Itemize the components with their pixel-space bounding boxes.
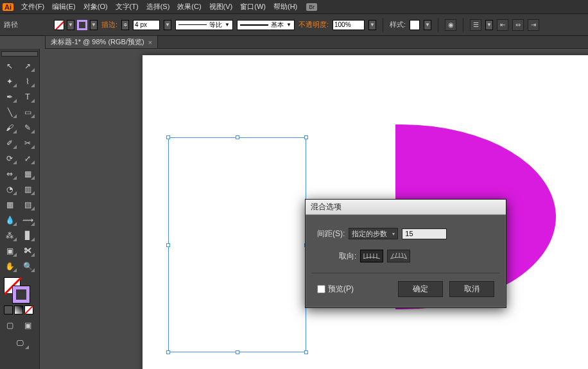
type-tool[interactable]: T xyxy=(19,90,36,104)
eraser-tool[interactable]: ✂ xyxy=(19,136,36,150)
spacing-value-input[interactable] xyxy=(402,228,447,239)
stroke-color[interactable] xyxy=(13,286,30,303)
preview-checkbox[interactable]: 预览(P) xyxy=(317,284,354,295)
eyedropper-tool[interactable]: 💧 xyxy=(1,213,18,227)
panel-handle[interactable] xyxy=(1,51,38,56)
handle-ne[interactable] xyxy=(304,135,308,139)
align-icon[interactable]: ☰ xyxy=(470,19,481,31)
spacing-mode-select[interactable]: 指定的步数 xyxy=(349,228,398,239)
paintbrush-tool[interactable]: 🖌 xyxy=(1,121,18,135)
style-dd[interactable]: ▼ xyxy=(424,20,431,30)
menu-effect[interactable]: 效果(C) xyxy=(173,1,205,13)
direct-selection-tool[interactable]: ↗ xyxy=(19,59,36,73)
handle-w[interactable] xyxy=(166,243,170,247)
separator xyxy=(438,18,438,32)
style-swatch[interactable] xyxy=(410,20,420,30)
handle-s[interactable] xyxy=(236,350,239,354)
gradient-mode-icon[interactable] xyxy=(14,305,23,314)
separator xyxy=(463,18,463,32)
spacing-label: 间距(S): xyxy=(317,228,345,239)
scale-tool[interactable]: ⤢ xyxy=(19,151,36,166)
handle-n[interactable] xyxy=(236,135,239,139)
control-bar: 路径 ▼ ▼ 描边: ≑ ▼ 等比▼ 基本▼ 不透明度: ▼ 样式: ▼ ◉ ☰… xyxy=(0,14,588,36)
selection-tool[interactable]: ↖ xyxy=(1,59,18,73)
bridge-badge[interactable]: Br xyxy=(306,3,317,11)
handle-nw[interactable] xyxy=(166,135,170,139)
stroke-dropdown[interactable]: ▼ xyxy=(90,20,98,30)
free-transform-tool[interactable]: ▦ xyxy=(19,167,36,181)
column-graph-tool[interactable]: ▊ xyxy=(19,228,36,243)
zoom-tool[interactable]: 🔍 xyxy=(19,259,36,273)
stroke-label[interactable]: 描边: xyxy=(101,20,117,30)
screen-mode-full[interactable]: ▣ xyxy=(19,318,36,332)
workspace: ↖↗ ✦⌇ ✒T ╲▭ 🖌✎ ✐✂ ⟳⤢ ⇔▦ ◔▥ ▦▤ 💧⟿ ⁂▊ ▣✀ ✋… xyxy=(0,49,588,369)
svg-line-6 xyxy=(395,253,397,257)
align-dd[interactable]: ▼ xyxy=(485,20,493,30)
artboard-tool[interactable]: ▣ xyxy=(1,244,18,258)
close-tab-icon[interactable]: × xyxy=(148,39,152,46)
perspective-grid-tool[interactable]: ▥ xyxy=(19,182,36,196)
opacity-input[interactable] xyxy=(333,20,365,30)
symbol-sprayer-tool[interactable]: ⁂ xyxy=(1,228,18,243)
blob-brush-tool[interactable]: ✐ xyxy=(1,136,18,150)
dialog-title[interactable]: 混合选项 xyxy=(306,200,506,215)
line-tool[interactable]: ╲ xyxy=(1,105,18,119)
menu-help[interactable]: 帮助(H) xyxy=(270,1,301,13)
stroke-weight-input[interactable] xyxy=(133,20,160,30)
align-center-icon[interactable]: ⇔ xyxy=(512,19,524,31)
stroke-swatch[interactable] xyxy=(77,20,87,30)
selected-rectangle[interactable] xyxy=(168,137,306,352)
hand-tool[interactable]: ✋ xyxy=(1,259,18,273)
pencil-tool[interactable]: ✎ xyxy=(19,121,36,135)
svg-line-5 xyxy=(392,253,393,258)
ok-button[interactable]: 确定 xyxy=(398,281,443,297)
shape-builder-tool[interactable]: ◔ xyxy=(1,182,18,196)
menu-file[interactable]: 文件(F) xyxy=(17,1,48,13)
menu-type[interactable]: 文字(T) xyxy=(112,1,143,13)
brush-definition[interactable]: 基本▼ xyxy=(237,20,295,30)
none-mode-icon[interactable] xyxy=(24,305,33,314)
blend-options-dialog: 混合选项 间距(S): 指定的步数 取向: 预览(P) xyxy=(305,199,506,308)
menu-select[interactable]: 选择(S) xyxy=(143,1,174,13)
variable-width-profile[interactable]: 等比▼ xyxy=(175,20,233,30)
rotate-tool[interactable]: ⟳ xyxy=(1,151,18,166)
align-right-icon[interactable]: ⇥ xyxy=(528,19,539,31)
opacity-label[interactable]: 不透明度: xyxy=(298,20,329,30)
width-tool[interactable]: ⇔ xyxy=(1,167,18,181)
screen-mode-normal[interactable]: ▢ xyxy=(1,318,18,332)
opacity-dd[interactable]: ▼ xyxy=(368,20,376,30)
stroke-weight-dd[interactable]: ▼ xyxy=(164,20,171,30)
style-label: 样式: xyxy=(390,20,406,30)
fill-stroke-indicator[interactable] xyxy=(4,277,30,303)
app-icon: Ai xyxy=(3,3,13,11)
context-label: 路径 xyxy=(4,20,18,30)
menu-view[interactable]: 视图(V) xyxy=(205,1,237,13)
menu-window[interactable]: 窗口(W) xyxy=(236,1,270,13)
blend-tool[interactable]: ⟿ xyxy=(19,213,36,227)
align-left-icon[interactable]: ⇤ xyxy=(497,19,508,31)
orientation-align-page[interactable] xyxy=(360,250,383,262)
pen-tool[interactable]: ✒ xyxy=(1,90,18,104)
handle-sw[interactable] xyxy=(166,350,170,354)
fill-dropdown[interactable]: ▼ xyxy=(67,20,74,30)
tools-panel: ↖↗ ✦⌇ ✒T ╲▭ 🖌✎ ✐✂ ⟳⤢ ⇔▦ ◔▥ ▦▤ 💧⟿ ⁂▊ ▣✀ ✋… xyxy=(0,49,40,369)
magic-wand-tool[interactable]: ✦ xyxy=(1,74,18,89)
fill-swatch[interactable] xyxy=(54,20,64,30)
document-tab[interactable]: 未标题-1* @ 98% (RGB/预览) × xyxy=(45,35,158,48)
stroke-weight-stepper[interactable]: ≑ xyxy=(121,20,129,30)
menu-edit[interactable]: 编辑(E) xyxy=(48,1,80,13)
slice-tool[interactable]: ✀ xyxy=(19,244,36,258)
lasso-tool[interactable]: ⌇ xyxy=(19,74,36,89)
handle-se[interactable] xyxy=(304,350,308,354)
screen-mode-tool[interactable]: 🖵 xyxy=(10,336,30,350)
cancel-button[interactable]: 取消 xyxy=(449,281,494,297)
preview-checkbox-input[interactable] xyxy=(317,285,325,293)
document-tab-title: 未标题-1* @ 98% (RGB/预览) xyxy=(51,37,144,47)
color-mode-icon[interactable] xyxy=(4,305,13,314)
recolor-icon[interactable]: ◉ xyxy=(445,19,456,31)
orientation-align-path[interactable] xyxy=(387,250,410,262)
mesh-tool[interactable]: ▦ xyxy=(1,198,18,212)
rectangle-tool[interactable]: ▭ xyxy=(19,105,36,119)
gradient-tool[interactable]: ▤ xyxy=(19,198,36,212)
menu-object[interactable]: 对象(O) xyxy=(80,1,112,13)
